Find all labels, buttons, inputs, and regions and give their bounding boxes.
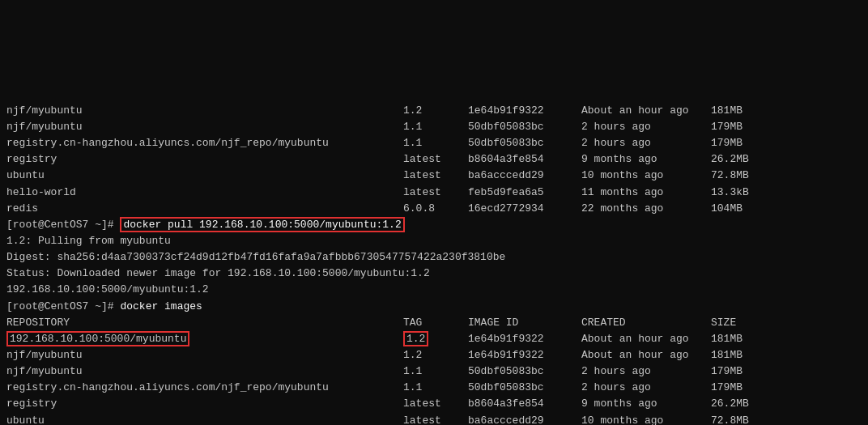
table-row: ubuntulatestba6acccedd2910 months ago72.…	[6, 413, 862, 425]
table-row: njf/myubuntu1.150dbf05083bc2 hours ago17…	[6, 119, 862, 135]
line-cmd2: [root@CentOS7 ~]# docker images	[6, 299, 862, 315]
pull-line-0: [root@CentOS7 ~]# docker pull 192.168.10…	[6, 217, 862, 233]
table-row: redis6.0.816ecd277293422 months ago104MB	[6, 201, 862, 217]
table-row: njf/myubuntu1.21e64b91f9322About an hour…	[6, 347, 862, 363]
table-row: hello-worldlatestfeb5d9fea6a511 months a…	[6, 185, 862, 201]
table-row: registry.cn-hangzhou.aliyuncs.com/njf_re…	[6, 135, 862, 151]
table-row: ubuntulatestba6acccedd2910 months ago72.…	[6, 168, 862, 184]
table2-header: REPOSITORYTAGIMAGE IDCREATEDSIZE	[6, 315, 862, 331]
pull-line-1: 1.2: Pulling from myubuntu	[6, 233, 862, 249]
table-row: njf/myubuntu1.21e64b91f9322About an hour…	[6, 103, 862, 119]
pull-line-3: Status: Downloaded newer image for 192.1…	[6, 266, 862, 282]
table-row: registrylatestb8604a3fe8549 months ago26…	[6, 396, 862, 412]
pull-line-2: Digest: sha256:d4aa7300373cf24d9d12fb47f…	[6, 249, 862, 266]
pull-line-4: 192.168.10.100:5000/myubuntu:1.2	[6, 282, 862, 298]
terminal: njf/myubuntu1.21e64b91f9322About an hour…	[0, 0, 868, 425]
table1-header	[6, 70, 862, 87]
table-row: registrylatestb8604a3fe8549 months ago26…	[6, 151, 862, 168]
table-row: njf/myubuntu1.150dbf05083bc2 hours ago17…	[6, 363, 862, 380]
table-row: 192.168.10.100:5000/myubuntu1.21e64b91f9…	[6, 331, 862, 347]
table-row: registry.cn-hangzhou.aliyuncs.com/njf_re…	[6, 380, 862, 396]
